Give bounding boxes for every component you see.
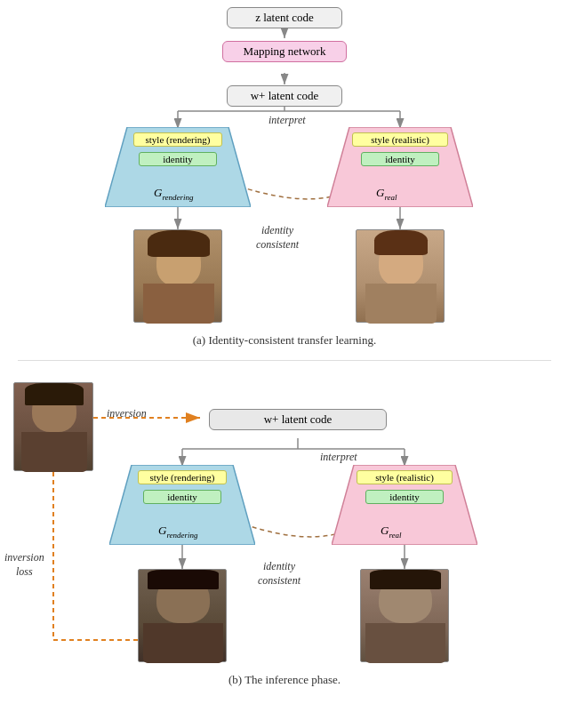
left-g-label-a: Grendering — [154, 186, 194, 202]
z-latent-label: z latent code — [255, 11, 314, 24]
arrows-svg — [0, 0, 569, 728]
face-left-b — [138, 569, 227, 662]
mapping-network-box: Mapping network — [222, 41, 347, 62]
left-trapezoid-b: style (rendering) identity Grendering — [109, 465, 255, 545]
left-identity-label-a: identity — [139, 152, 217, 166]
left-g-label-b: Grendering — [158, 524, 198, 540]
left-trapezoid-a: style (rendering) identity Grendering — [105, 127, 251, 207]
mapping-network-label: Mapping network — [244, 44, 326, 58]
right-style-label-a: style (realistic) — [352, 132, 448, 147]
divider — [18, 360, 551, 361]
w-latent-a-label: w+ latent code — [251, 89, 319, 102]
inversion-loss-label: inversionloss — [4, 551, 44, 579]
interpret-label-a: interpret — [268, 114, 306, 127]
face-left-a — [133, 229, 222, 323]
w-latent-b-label: w+ latent code — [264, 412, 333, 426]
left-style-label-b: style (rendering) — [138, 470, 227, 484]
w-latent-box-a: w+ latent code — [227, 85, 342, 107]
input-face-b — [13, 382, 93, 471]
right-g-label-a: Greal — [376, 186, 397, 202]
right-g-label-b: Greal — [381, 524, 402, 540]
diagram-container: z latent code Mapping network w+ latent … — [0, 0, 569, 728]
right-trapezoid-b: style (realistic) identity Greal — [332, 465, 477, 545]
caption-b: (b) The inference phase. — [133, 673, 436, 687]
right-identity-label-b: identity — [365, 490, 444, 504]
left-style-label-a: style (rendering) — [133, 132, 222, 147]
right-identity-label-a: identity — [361, 152, 439, 166]
caption-a: (a) Identity-consistent transfer learnin… — [71, 333, 498, 348]
identity-consistent-b: identityconsistent — [258, 560, 301, 588]
right-trapezoid-a: style (realistic) identity Greal — [327, 127, 473, 207]
w-latent-box-b: w+ latent code — [209, 409, 387, 430]
inversion-label: inversion — [107, 407, 147, 420]
face-right-a — [356, 229, 445, 323]
left-identity-label-b: identity — [143, 490, 221, 504]
z-latent-box: z latent code — [227, 7, 342, 28]
right-style-label-b: style (realistic) — [357, 470, 453, 484]
identity-consistent-a: identityconsistent — [256, 224, 299, 252]
face-right-b — [360, 569, 449, 662]
interpret-label-b: interpret — [320, 451, 357, 464]
